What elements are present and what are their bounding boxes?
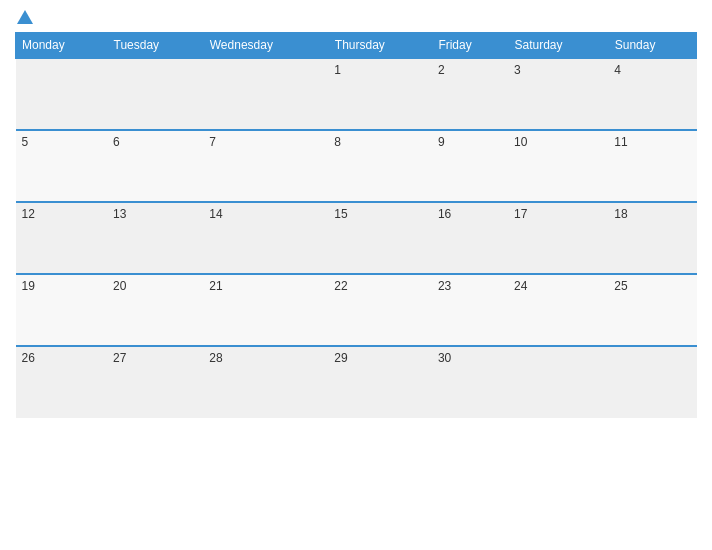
weekday-header-friday: Friday <box>432 33 508 59</box>
logo <box>15 10 35 24</box>
day-number: 2 <box>438 63 445 77</box>
calendar-day-cell: 8 <box>328 130 432 202</box>
calendar-table: MondayTuesdayWednesdayThursdayFridaySatu… <box>15 32 697 418</box>
day-number: 10 <box>514 135 527 149</box>
calendar-day-cell: 3 <box>508 58 608 130</box>
logo-triangle-icon <box>17 10 33 24</box>
calendar-day-cell: 4 <box>608 58 696 130</box>
calendar-header <box>15 10 697 24</box>
calendar-day-cell: 15 <box>328 202 432 274</box>
day-number: 22 <box>334 279 347 293</box>
day-number: 16 <box>438 207 451 221</box>
calendar-day-cell: 21 <box>203 274 328 346</box>
calendar-day-cell: 27 <box>107 346 203 418</box>
calendar-day-cell: 22 <box>328 274 432 346</box>
calendar-day-cell: 16 <box>432 202 508 274</box>
day-number: 19 <box>22 279 35 293</box>
day-number: 27 <box>113 351 126 365</box>
weekday-header-wednesday: Wednesday <box>203 33 328 59</box>
day-number: 17 <box>514 207 527 221</box>
calendar-day-cell: 25 <box>608 274 696 346</box>
day-number: 26 <box>22 351 35 365</box>
day-number: 30 <box>438 351 451 365</box>
weekday-header-saturday: Saturday <box>508 33 608 59</box>
day-number: 12 <box>22 207 35 221</box>
calendar-day-cell <box>608 346 696 418</box>
day-number: 18 <box>614 207 627 221</box>
calendar-day-cell <box>203 58 328 130</box>
calendar-day-cell <box>107 58 203 130</box>
calendar-day-cell: 23 <box>432 274 508 346</box>
calendar-day-cell: 11 <box>608 130 696 202</box>
calendar-week-row: 2627282930 <box>16 346 697 418</box>
calendar-week-row: 567891011 <box>16 130 697 202</box>
calendar-day-cell: 13 <box>107 202 203 274</box>
day-number: 15 <box>334 207 347 221</box>
day-number: 25 <box>614 279 627 293</box>
day-number: 7 <box>209 135 216 149</box>
weekday-header-monday: Monday <box>16 33 108 59</box>
day-number: 8 <box>334 135 341 149</box>
calendar-day-cell: 5 <box>16 130 108 202</box>
day-number: 11 <box>614 135 627 149</box>
calendar-week-row: 19202122232425 <box>16 274 697 346</box>
calendar-day-cell: 24 <box>508 274 608 346</box>
calendar-day-cell: 30 <box>432 346 508 418</box>
calendar-day-cell: 29 <box>328 346 432 418</box>
day-number: 3 <box>514 63 521 77</box>
day-number: 5 <box>22 135 29 149</box>
calendar-day-cell: 7 <box>203 130 328 202</box>
weekday-header-tuesday: Tuesday <box>107 33 203 59</box>
day-number: 4 <box>614 63 621 77</box>
calendar-day-cell: 19 <box>16 274 108 346</box>
calendar-day-cell: 26 <box>16 346 108 418</box>
day-number: 6 <box>113 135 120 149</box>
day-number: 1 <box>334 63 341 77</box>
day-number: 9 <box>438 135 445 149</box>
day-number: 23 <box>438 279 451 293</box>
day-number: 28 <box>209 351 222 365</box>
weekday-header-thursday: Thursday <box>328 33 432 59</box>
calendar-day-cell <box>508 346 608 418</box>
calendar-day-cell: 14 <box>203 202 328 274</box>
calendar-day-cell: 12 <box>16 202 108 274</box>
calendar-day-cell: 18 <box>608 202 696 274</box>
calendar-container: MondayTuesdayWednesdayThursdayFridaySatu… <box>0 0 712 550</box>
calendar-week-row: 12131415161718 <box>16 202 697 274</box>
calendar-day-cell: 28 <box>203 346 328 418</box>
calendar-day-cell: 1 <box>328 58 432 130</box>
day-number: 24 <box>514 279 527 293</box>
day-number: 29 <box>334 351 347 365</box>
weekday-header-sunday: Sunday <box>608 33 696 59</box>
calendar-day-cell: 17 <box>508 202 608 274</box>
calendar-day-cell: 10 <box>508 130 608 202</box>
day-number: 20 <box>113 279 126 293</box>
calendar-week-row: 1234 <box>16 58 697 130</box>
weekday-header-row: MondayTuesdayWednesdayThursdayFridaySatu… <box>16 33 697 59</box>
calendar-day-cell: 2 <box>432 58 508 130</box>
calendar-day-cell: 9 <box>432 130 508 202</box>
day-number: 21 <box>209 279 222 293</box>
day-number: 13 <box>113 207 126 221</box>
calendar-day-cell: 20 <box>107 274 203 346</box>
calendar-day-cell: 6 <box>107 130 203 202</box>
day-number: 14 <box>209 207 222 221</box>
calendar-day-cell <box>16 58 108 130</box>
